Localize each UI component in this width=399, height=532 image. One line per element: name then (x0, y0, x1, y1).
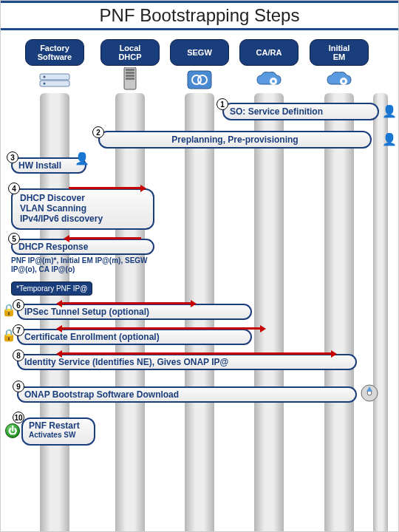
equipment-icon (38, 69, 71, 91)
arrow-5 (69, 237, 141, 239)
step-number-9: 9 (13, 381, 24, 392)
step-number-10: 10 (13, 412, 24, 423)
arrow-8 (61, 352, 332, 355)
step4-line3: IPv4/IPv6 discovery (20, 214, 146, 224)
cloud-gear-icon-2 (323, 69, 355, 91)
header-segw: SEGW (170, 39, 229, 66)
step-number-5: 5 (8, 233, 20, 245)
person-icon-gold: 👤 (75, 151, 89, 166)
person-icon-green-1: 👤 (382, 104, 397, 118)
arrow-6 (61, 302, 191, 304)
step5-subtext: PNF IP@(m)*, Initial EM IP@(m), SEGW IP@… (11, 256, 159, 274)
svg-rect-7 (126, 75, 134, 77)
step10-line1: PNF Restart (29, 420, 88, 431)
svg-point-13 (272, 80, 275, 83)
svg-rect-8 (126, 78, 134, 80)
arrow-4 (69, 187, 141, 189)
page-title: PNF Bootstrapping Steps (1, 1, 398, 30)
arrow-7 (61, 327, 261, 330)
step10-line2: Activates SW (29, 431, 88, 439)
diagram-area: Factory Software Local DHCP SEGW CA/RA I… (1, 30, 398, 532)
step-number-8: 8 (13, 349, 24, 361)
step4-line2: VLAN Scanning (20, 203, 146, 214)
server-icon (114, 69, 146, 91)
step-ipsec: IPSec Tunnel Setup (optional) (17, 304, 252, 320)
column-em (324, 93, 354, 532)
power-icon: ⏻ (5, 423, 20, 438)
svg-rect-6 (126, 72, 134, 74)
step4-line1: DHCP Discover (20, 193, 146, 203)
svg-rect-9 (188, 71, 211, 89)
cloud-gear-icon (253, 69, 285, 91)
disc-icon (360, 383, 379, 406)
svg-point-2 (44, 76, 46, 78)
person-icon-green-2: 👤 (382, 132, 397, 146)
step-cert-enroll: Certificate Enrollment (optional) (17, 329, 252, 345)
svg-point-3 (44, 83, 46, 85)
step-number-2: 2 (92, 126, 104, 138)
step-dhcp-discover: DHCP Discover VLAN Scanning IPv4/IPv6 di… (11, 188, 154, 230)
temporary-ip-note: *Temporary PNF IP@ (11, 282, 92, 296)
step-bootstrap-dl: ONAP Bootstrap Software Download (17, 386, 357, 403)
step-number-1: 1 (216, 98, 228, 110)
step-number-6: 6 (13, 299, 24, 311)
header-cara: CA/RA (239, 39, 299, 66)
svg-rect-5 (126, 69, 134, 71)
step-so-definition: SO: Service Definition (222, 103, 379, 120)
step-restart: PNF Restart Activates SW (21, 417, 95, 446)
step-number-4: 4 (8, 183, 20, 194)
svg-point-15 (342, 80, 345, 83)
header-factory: Factory Software (25, 39, 84, 66)
header-em: Initial EM (310, 39, 369, 66)
column-cara (254, 93, 284, 532)
step-preplanning: Preplanning, Pre-provisioning (98, 131, 372, 149)
step-number-3: 3 (7, 151, 18, 163)
step-number-7: 7 (13, 324, 24, 336)
column-extra (373, 93, 388, 532)
step-identity: Identity Service (Identifies NE), Gives … (17, 354, 357, 370)
step-dhcp-response: DHCP Response (11, 239, 154, 255)
header-dhcp: Local DHCP (100, 39, 160, 66)
loop-icon (183, 69, 216, 91)
